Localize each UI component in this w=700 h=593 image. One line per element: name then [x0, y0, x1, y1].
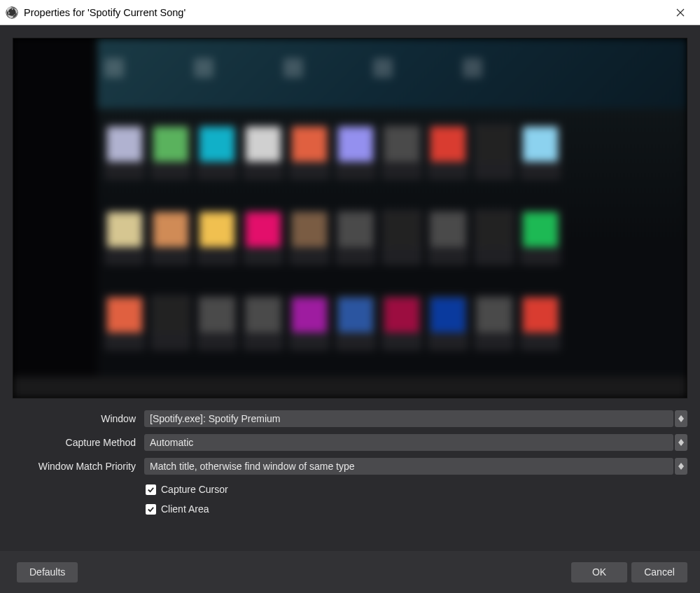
capture-method-select[interactable]: Automatic	[144, 434, 673, 451]
chevron-down-icon	[678, 466, 684, 470]
capture-cursor-checkbox[interactable]	[146, 484, 156, 495]
chevron-down-icon	[678, 419, 684, 422]
capture-method-spinner[interactable]	[675, 434, 687, 451]
checkmark-icon	[147, 505, 155, 513]
close-icon	[676, 8, 685, 17]
defaults-button[interactable]: Defaults	[17, 562, 78, 582]
properties-form: Window [Spotify.exe]: Spotify Premium Ca…	[13, 408, 687, 519]
priority-select[interactable]: Match title, otherwise find window of sa…	[144, 458, 673, 475]
capture-method-label: Capture Method	[13, 437, 144, 448]
priority-spinner[interactable]	[675, 458, 687, 475]
window-label: Window	[13, 413, 144, 424]
window-title: Properties for 'Spotify Current Song'	[24, 7, 186, 18]
window-select[interactable]: [Spotify.exe]: Spotify Premium	[144, 410, 673, 427]
titlebar: Properties for 'Spotify Current Song'	[0, 0, 700, 25]
close-button[interactable]	[666, 0, 694, 25]
cancel-button[interactable]: Cancel	[631, 562, 687, 582]
chevron-down-icon	[678, 442, 684, 446]
checkmark-icon	[147, 486, 155, 494]
dialog-footer: Defaults OK Cancel	[0, 551, 700, 593]
priority-value: Match title, otherwise find window of sa…	[150, 461, 355, 472]
window-select-spinner[interactable]	[675, 410, 687, 427]
obs-logo-icon	[6, 6, 18, 19]
source-preview	[13, 38, 687, 398]
window-select-value: [Spotify.exe]: Spotify Premium	[150, 413, 280, 424]
client-area-checkbox[interactable]	[146, 504, 156, 515]
capture-cursor-label: Capture Cursor	[161, 484, 228, 495]
capture-method-value: Automatic	[150, 437, 193, 448]
client-area-label: Client Area	[161, 503, 209, 515]
ok-button[interactable]: OK	[571, 562, 627, 582]
priority-label: Window Match Priority	[13, 461, 144, 472]
